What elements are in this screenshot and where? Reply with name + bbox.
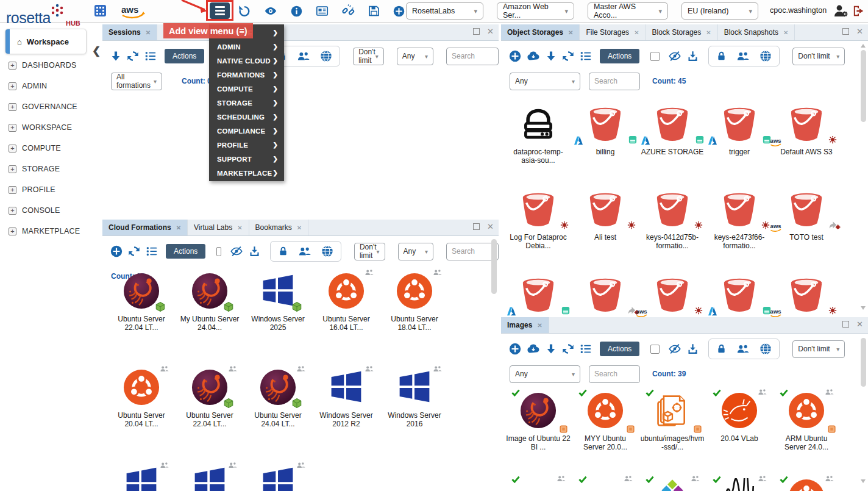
menu-item-compliance[interactable]: COMPLIANCE❯ bbox=[209, 124, 284, 138]
tab-blockstorages[interactable]: Block Storages✕ bbox=[646, 24, 718, 40]
info-icon[interactable] bbox=[290, 5, 303, 18]
grid-item-windowsserver2016[interactable]: Windows Server 2016 bbox=[380, 365, 449, 461]
grid-item[interactable] bbox=[505, 475, 572, 491]
grid-item[interactable]: aws bbox=[773, 272, 840, 317]
hide-icon[interactable] bbox=[229, 245, 244, 258]
menu-item-admin[interactable]: ADMIN❯ bbox=[209, 40, 284, 54]
context-select-masterawsacco[interactable]: Master AWS Acco...▾ bbox=[588, 2, 668, 20]
unlink-icon[interactable] bbox=[341, 4, 355, 18]
cloud-down-icon[interactable] bbox=[526, 342, 541, 356]
grid-item-defaultawss3[interactable]: awsDefault AWS S3 bbox=[773, 101, 840, 187]
tab-close-icon[interactable]: ✕ bbox=[537, 322, 542, 329]
menu-item-marketplace[interactable]: MARKETPLACE❯ bbox=[209, 166, 284, 180]
menu-item-storage[interactable]: STORAGE❯ bbox=[209, 96, 284, 110]
export-icon[interactable] bbox=[248, 245, 261, 258]
tab-close-icon[interactable]: ✕ bbox=[297, 224, 302, 231]
grid-item-ubuntuserver2204lt[interactable]: Ubuntu Server 22.04 LT... bbox=[176, 365, 244, 461]
filter-select-any[interactable]: Any▾ bbox=[397, 48, 433, 65]
close-icon[interactable]: ✕ bbox=[487, 223, 494, 230]
menu-item-compute[interactable]: COMPUTE❯ bbox=[209, 82, 284, 96]
list-icon[interactable] bbox=[144, 49, 157, 63]
grid-item-imageofubuntu22bi[interactable]: Image of Ubuntu 22 BI ... bbox=[505, 388, 572, 475]
export-icon[interactable] bbox=[686, 342, 699, 356]
cloud-down-icon[interactable] bbox=[526, 49, 541, 63]
filter-select-any[interactable]: Any▾ bbox=[510, 365, 580, 383]
grid-item[interactable] bbox=[176, 461, 244, 491]
grid-item-logfordataprocdebia[interactable]: Log For Dataproc Debia... bbox=[505, 187, 572, 272]
grid-item[interactable] bbox=[773, 475, 840, 491]
grid-item-ubuntuserver2004lt[interactable]: Ubuntu Server 20.04 LT... bbox=[107, 365, 176, 461]
filter-select-dontlimit[interactable]: Don't limit▾ bbox=[353, 48, 384, 65]
plus-icon[interactable] bbox=[110, 245, 123, 258]
grid-item-myubuntuserver2404[interactable]: My Ubuntu Server 24.04... bbox=[176, 268, 244, 365]
menu-item-formations[interactable]: FORMATIONS❯ bbox=[209, 68, 284, 82]
sidebar-item-admin[interactable]: +ADMIN bbox=[9, 82, 47, 90]
filter-select-dontlimit[interactable]: Don't limit▾ bbox=[792, 48, 845, 65]
hide-icon[interactable] bbox=[667, 342, 682, 356]
maximize-icon[interactable] bbox=[473, 28, 480, 35]
grid-item[interactable]: aws bbox=[639, 272, 706, 317]
tab-virtuallabs[interactable]: Virtual Labs✕ bbox=[188, 220, 249, 235]
filter-select-any[interactable]: Any▾ bbox=[398, 243, 433, 260]
grid-item-ubuntuserver2404lt[interactable]: Ubuntu Server 24.04 LT... bbox=[244, 365, 312, 461]
sidebar-item-profile[interactable]: +PROFILE bbox=[9, 185, 55, 194]
grid-item-alitest[interactable]: Ali test bbox=[572, 187, 639, 272]
select-all-checkbox[interactable] bbox=[650, 345, 660, 354]
tab-bookmarks[interactable]: Bookmarks✕ bbox=[249, 220, 308, 235]
scroll-down-arrow[interactable] bbox=[861, 306, 866, 310]
apps-grid-icon[interactable] bbox=[94, 5, 106, 19]
select-all-checkbox[interactable] bbox=[650, 52, 660, 61]
grid-item[interactable] bbox=[706, 475, 773, 491]
expand-plus-icon[interactable]: + bbox=[9, 207, 16, 215]
grid-item[interactable] bbox=[706, 272, 773, 317]
globe-icon[interactable] bbox=[319, 49, 333, 63]
refresh-icon[interactable] bbox=[561, 49, 575, 63]
grid-item-keys0412d75bformatio[interactable]: keys-0412d75b-formatio... bbox=[639, 187, 706, 272]
grid-item-dataproctempasiasou[interactable]: dataproc-temp-asia-sou... bbox=[505, 101, 572, 187]
menu-item-nativecloud[interactable]: NATIVE CLOUD❯ bbox=[209, 54, 284, 68]
lock-icon[interactable] bbox=[277, 245, 289, 258]
lock-icon[interactable] bbox=[716, 49, 727, 63]
maximize-icon[interactable] bbox=[473, 223, 480, 230]
news-icon[interactable] bbox=[315, 4, 329, 18]
sidebar-item-dashboards[interactable]: +DASHBOARDS bbox=[9, 61, 77, 70]
globe-icon[interactable] bbox=[759, 49, 772, 63]
grid-item-windowsserver2012r2[interactable]: Windows Server 2012 R2 bbox=[312, 365, 380, 461]
arrow-down-icon[interactable] bbox=[545, 342, 557, 356]
users-icon[interactable] bbox=[736, 49, 750, 63]
sidebar-item-console[interactable]: +CONSOLE bbox=[9, 206, 60, 215]
grid-item-tototest[interactable]: awsTOTO test bbox=[773, 187, 840, 272]
tab-objectstorages[interactable]: Object Storages✕ bbox=[501, 24, 580, 40]
search-input[interactable] bbox=[589, 73, 640, 90]
sidebar-item-marketplace[interactable]: +MARKETPLACE bbox=[9, 227, 80, 235]
add-view-menu-button[interactable] bbox=[210, 2, 230, 19]
tab-cloudformations[interactable]: Cloud Formations✕ bbox=[102, 220, 188, 235]
tab-filestorages[interactable]: File Storages✕ bbox=[580, 24, 646, 40]
plus-icon[interactable] bbox=[508, 49, 522, 63]
tab-blocksnapshots[interactable]: Block Snapshots✕ bbox=[718, 24, 795, 40]
grid-item-armubuntuserver240[interactable]: ARM Ubuntu Server 24.0... bbox=[773, 388, 840, 475]
grid-item-keyse2473f66formatio[interactable]: keys-e2473f66-formatio... bbox=[706, 187, 773, 272]
plus-icon[interactable] bbox=[508, 342, 522, 356]
grid-item[interactable] bbox=[639, 475, 706, 491]
scrollbar-thumb[interactable] bbox=[861, 50, 866, 122]
filter-select-dontlimit[interactable]: Don't limit▾ bbox=[354, 243, 385, 260]
hide-icon[interactable] bbox=[667, 49, 682, 63]
arrow-down-icon[interactable] bbox=[545, 49, 557, 63]
filter-select-dontlimit[interactable]: Don't limit▾ bbox=[792, 340, 845, 358]
refresh-icon[interactable] bbox=[127, 245, 141, 258]
expand-plus-icon[interactable]: + bbox=[9, 145, 16, 152]
sidebar-collapse-icon[interactable]: ❮ bbox=[92, 45, 101, 57]
undo-icon[interactable] bbox=[238, 4, 251, 18]
scrollbar-thumb[interactable] bbox=[861, 338, 866, 387]
expand-plus-icon[interactable]: + bbox=[9, 124, 16, 132]
scrollbar-thumb[interactable] bbox=[491, 239, 497, 294]
context-select-rosettalabs[interactable]: RosettaLabs▾ bbox=[406, 2, 483, 20]
close-icon[interactable]: ✕ bbox=[487, 28, 494, 35]
tab-close-icon[interactable]: ✕ bbox=[237, 224, 242, 231]
users-icon[interactable] bbox=[296, 49, 311, 63]
grid-item-2004vlab[interactable]: 20.04 VLab bbox=[706, 388, 773, 475]
grid-item-ubuntuserver2204lt[interactable]: Ubuntu Server 22.04 LT... bbox=[107, 268, 176, 365]
sidebar-item-storage[interactable]: +STORAGE bbox=[9, 165, 60, 173]
eye-icon[interactable] bbox=[263, 4, 278, 18]
